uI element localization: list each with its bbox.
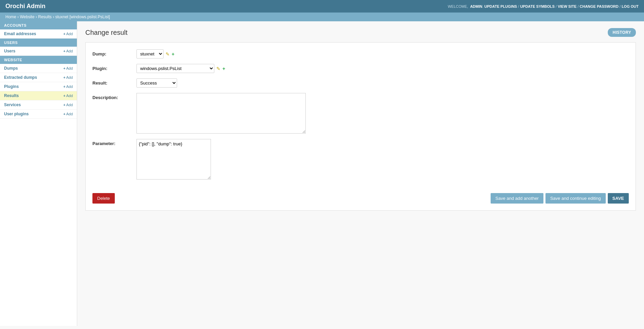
dump-label: Dump:	[92, 49, 136, 56]
page-title: Change result	[85, 29, 128, 37]
add-results-link[interactable]: + Add	[63, 94, 73, 98]
user-plugins-link[interactable]: User plugins	[4, 112, 29, 116]
description-field	[136, 93, 629, 134]
breadcrumb-website[interactable]: Website	[20, 15, 35, 19]
plugin-select[interactable]: windows.pslist.PsList	[136, 64, 214, 73]
add-user-link[interactable]: + Add	[63, 49, 73, 53]
sidebar-item-email-addresses: Email addresses + Add	[0, 29, 77, 39]
site-title[interactable]: Orochi Admin	[5, 3, 45, 10]
result-row: Result: Success Failure Running	[92, 78, 629, 88]
sidebar-item-results: Results + Add	[0, 91, 77, 100]
sidebar: ACCOUNTS Email addresses + Add USERS Use…	[0, 21, 77, 326]
users-link[interactable]: Users	[4, 49, 15, 53]
breadcrumb-current: stuxnet [windows.pslist.PsList]	[55, 15, 110, 19]
dump-field: stuxnet ✎ +	[136, 49, 629, 58]
layout: ACCOUNTS Email addresses + Add USERS Use…	[0, 21, 644, 326]
sidebar-section-users: USERS	[0, 39, 77, 47]
parameter-field: {"pid": [], "dump": true}	[136, 139, 629, 180]
plugin-row: Plugin: windows.pslist.PsList ✎ +	[92, 64, 629, 73]
sidebar-section-accounts: ACCOUNTS	[0, 21, 77, 29]
welcome-text: WELCOME,	[448, 4, 468, 8]
parameter-label: Parameter:	[92, 139, 136, 146]
breadcrumb-home[interactable]: Home	[5, 15, 16, 19]
sidebar-item-extracted-dumps: Extracted dumps + Add	[0, 73, 77, 82]
sidebar-item-services: Services + Add	[0, 100, 77, 110]
parameter-textarea[interactable]: {"pid": [], "dump": true}	[136, 139, 211, 180]
user-tools: WELCOME, ADMIN. UPDATE PLUGINS / UPDATE …	[448, 4, 639, 8]
sidebar-item-user-plugins: User plugins + Add	[0, 110, 77, 119]
add-services-link[interactable]: + Add	[63, 103, 73, 107]
change-password-link[interactable]: CHANGE PASSWORD	[580, 4, 619, 8]
breadcrumb-sep2: ›	[36, 15, 38, 19]
update-symbols-link[interactable]: UPDATE SYMBOLS	[520, 4, 555, 8]
breadcrumb-sep1: ›	[17, 15, 20, 19]
page-header: Change result HISTORY	[85, 28, 636, 37]
add-extracted-dumps-link[interactable]: + Add	[63, 75, 73, 79]
plugin-label: Plugin:	[92, 64, 136, 71]
plugin-edit-icon[interactable]: ✎	[216, 66, 220, 71]
main-content: Change result HISTORY Dump: stuxnet ✎ + …	[77, 21, 644, 326]
sidebar-section-website: WEBSITE	[0, 56, 77, 64]
history-button[interactable]: HISTORY	[608, 28, 636, 37]
save-button[interactable]: SAVE	[608, 193, 629, 204]
delete-button[interactable]: Delete	[92, 193, 115, 204]
result-select[interactable]: Success Failure Running	[136, 78, 177, 88]
save-buttons: Save and add another Save and continue e…	[491, 193, 629, 204]
results-link[interactable]: Results	[4, 93, 19, 98]
add-user-plugins-link[interactable]: + Add	[63, 112, 73, 116]
result-field: Success Failure Running	[136, 78, 629, 88]
view-site-link[interactable]: VIEW SITE	[558, 4, 577, 8]
extracted-dumps-link[interactable]: Extracted dumps	[4, 75, 37, 80]
dump-edit-icon[interactable]: ✎	[166, 51, 170, 57]
dump-row: Dump: stuxnet ✎ +	[92, 49, 629, 58]
sidebar-item-dumps: Dumps + Add	[0, 64, 77, 73]
dump-add-icon[interactable]: +	[172, 51, 174, 57]
email-addresses-link[interactable]: Email addresses	[4, 31, 36, 36]
plugins-link[interactable]: Plugins	[4, 84, 19, 89]
plugin-field: windows.pslist.PsList ✎ +	[136, 64, 629, 73]
services-link[interactable]: Services	[4, 102, 21, 107]
result-label: Result:	[92, 78, 136, 86]
save-continue-button[interactable]: Save and continue editing	[545, 193, 606, 204]
dumps-link[interactable]: Dumps	[4, 66, 18, 71]
update-plugins-link[interactable]: UPDATE PLUGINS	[485, 4, 517, 8]
plugin-add-icon[interactable]: +	[222, 66, 225, 71]
sidebar-item-users: Users + Add	[0, 47, 77, 56]
username-link[interactable]: ADMIN	[470, 4, 482, 8]
description-row: Description:	[92, 93, 629, 134]
parameter-row: Parameter: {"pid": [], "dump": true}	[92, 139, 629, 180]
description-textarea[interactable]	[136, 93, 306, 134]
breadcrumb: Home › Website › Results › stuxnet [wind…	[0, 13, 644, 21]
form-container: Dump: stuxnet ✎ + Plugin: windows.pslist…	[85, 42, 636, 211]
add-dumps-link[interactable]: + Add	[63, 66, 73, 70]
header: Orochi Admin WELCOME, ADMIN. UPDATE PLUG…	[0, 0, 644, 13]
breadcrumb-results[interactable]: Results	[38, 15, 52, 19]
log-out-link[interactable]: LOG OUT	[622, 4, 639, 8]
description-label: Description:	[92, 93, 136, 100]
sidebar-item-plugins: Plugins + Add	[0, 82, 77, 91]
save-add-another-button[interactable]: Save and add another	[491, 193, 543, 204]
add-email-link[interactable]: + Add	[63, 32, 73, 36]
add-plugins-link[interactable]: + Add	[63, 85, 73, 89]
form-actions: Delete Save and add another Save and con…	[92, 188, 629, 204]
dump-select[interactable]: stuxnet	[136, 49, 164, 58]
